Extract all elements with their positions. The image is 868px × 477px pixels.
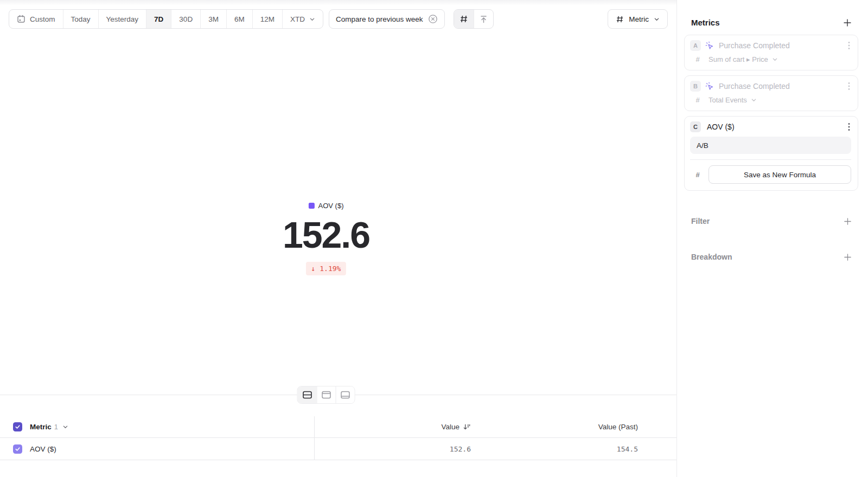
metric-card-a-header: A Purchase Completed (690, 40, 851, 51)
query-sidebar: Metrics A (676, 0, 868, 477)
chevron-down-icon (309, 16, 315, 22)
date-range-3m[interactable]: 3M (201, 10, 227, 28)
add-breakdown-icon[interactable] (844, 253, 852, 261)
date-range-yesterday[interactable]: Yesterday (99, 10, 147, 28)
hash-icon: # (693, 55, 702, 63)
chevron-down-icon (654, 16, 660, 22)
metric-dropdown-button[interactable]: Metric (608, 9, 668, 29)
metric-card-b: B Purchase Completed (684, 75, 858, 111)
metric-card-a: A Purchase Completed (684, 35, 858, 70)
big-number-block: AOV ($) 152.6 ↓ 1.19% (283, 201, 369, 275)
metric-menu-icon[interactable] (847, 81, 851, 92)
metric-menu-icon[interactable] (847, 121, 851, 132)
add-filter-icon[interactable] (844, 217, 852, 225)
results-table: Metric 1 Value Value (Past) (0, 395, 676, 460)
check-icon (15, 424, 21, 430)
filter-section: Filter (691, 217, 852, 225)
metric-menu-icon[interactable] (847, 40, 851, 51)
date-range-label: Custom (30, 15, 55, 23)
analytics-app: Custom Today Yesterday 7D 30D 3M 6M 12M … (0, 0, 868, 477)
card-divider (690, 159, 851, 160)
metric-card-c-header: C AOV ($) (690, 121, 851, 132)
metrics-section-header: Metrics (691, 18, 852, 27)
date-range-group: Custom Today Yesterday 7D 30D 3M 6M 12M … (9, 9, 323, 29)
metric-name: AOV ($) (707, 123, 847, 131)
arrow-to-top-icon (479, 15, 488, 24)
metric-name: Purchase Completed (719, 41, 847, 50)
chevron-down-icon (751, 97, 757, 103)
hash-icon (459, 15, 468, 23)
row-value: 152.6 (450, 445, 471, 453)
chevron-down-icon (772, 56, 778, 62)
event-sparkle-icon (705, 41, 714, 50)
hash-icon: # (693, 96, 702, 104)
compare-chip-label: Compare to previous week (336, 15, 423, 23)
number-view-toggle[interactable] (454, 10, 474, 28)
breakdown-section: Breakdown (691, 253, 852, 261)
date-range-7d[interactable]: 7D (146, 10, 171, 28)
breakdown-label: Breakdown (691, 253, 732, 261)
trend-view-toggle[interactable] (474, 10, 493, 28)
remove-compare-icon[interactable] (428, 14, 438, 24)
calendar-icon (17, 15, 25, 23)
value-column-header[interactable]: Value (441, 423, 471, 431)
chevron-down-icon[interactable] (62, 424, 68, 430)
metric-cards: A Purchase Completed (684, 35, 858, 191)
top-fade (0, 0, 676, 5)
metric-letter-badge: C (690, 121, 701, 132)
chart-area: AOV ($) 152.6 ↓ 1.19% (0, 29, 676, 395)
date-range-xtd[interactable]: XTD (283, 10, 323, 28)
main-panel: Custom Today Yesterday 7D 30D 3M 6M 12M … (0, 0, 676, 477)
date-range-custom[interactable]: Custom (9, 10, 63, 28)
date-range-30d[interactable]: 30D (171, 10, 201, 28)
select-all-checkbox[interactable] (13, 422, 22, 431)
change-badge: ↓ 1.19% (306, 262, 347, 275)
event-sparkle-icon (705, 81, 714, 91)
chart-type-toggle (454, 9, 494, 29)
date-range-6m[interactable]: 6M (227, 10, 253, 28)
metric-letter-badge: A (690, 40, 701, 51)
sort-descending-icon (463, 423, 471, 431)
legend-swatch (309, 203, 315, 209)
metric-card-c: C AOV ($) A/B # Save as New Formula (684, 116, 858, 191)
toolbar: Custom Today Yesterday 7D 30D 3M 6M 12M … (9, 9, 668, 29)
metric-count: 1 (54, 423, 58, 431)
measure-label: Total Events (709, 96, 747, 104)
metric-value: 152.6 (283, 216, 369, 253)
check-icon (15, 446, 21, 452)
metric-column-header[interactable]: Metric (30, 423, 52, 431)
metric-name: Purchase Completed (719, 82, 847, 91)
row-value-past: 154.5 (617, 445, 638, 453)
value-past-column-header[interactable]: Value (Past) (598, 423, 638, 431)
date-range-12m[interactable]: 12M (253, 10, 283, 28)
measure-selector[interactable]: # Total Events (690, 96, 851, 104)
metric-letter-badge: B (690, 81, 701, 92)
add-metric-icon[interactable] (843, 18, 852, 27)
compare-chip[interactable]: Compare to previous week (329, 9, 445, 29)
measure-label: Sum of cart ▸ Price (709, 55, 768, 63)
filter-label: Filter (691, 217, 710, 225)
table-header-row: Metric 1 Value Value (Past) (0, 416, 676, 438)
chart-legend: AOV ($) (309, 202, 344, 210)
metric-card-b-header: B Purchase Completed (690, 81, 851, 92)
row-metric-name: AOV ($) (30, 445, 56, 453)
formula-action-row: # Save as New Formula (690, 165, 851, 184)
hash-icon (616, 15, 624, 23)
measure-selector[interactable]: # Sum of cart ▸ Price (690, 55, 851, 63)
legend-label: AOV ($) (318, 202, 344, 210)
table-row[interactable]: AOV ($) 152.6 154.5 (0, 438, 676, 460)
metrics-title: Metrics (691, 18, 720, 27)
save-as-new-formula-button[interactable]: Save as New Formula (709, 165, 851, 184)
hash-icon: # (693, 171, 702, 179)
row-checkbox[interactable] (13, 444, 22, 454)
metric-button-label: Metric (629, 15, 649, 23)
formula-input[interactable]: A/B (690, 137, 851, 154)
date-range-today[interactable]: Today (63, 10, 99, 28)
